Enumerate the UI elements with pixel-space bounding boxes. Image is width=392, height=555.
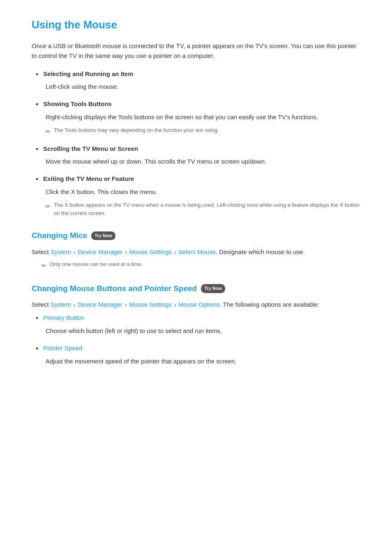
bullet-body-1: Left-click using the mouse. <box>46 82 360 92</box>
bullet-dot-2: • <box>36 99 38 111</box>
bullet-dot-1: • <box>36 69 38 81</box>
section-2-chevron-1: › <box>74 302 77 308</box>
section-2-title-row: Changing Mouse Buttons and Pointer Speed… <box>32 282 360 295</box>
bullet-heading-3: Scrolling the TV Menu or Screen <box>43 144 138 154</box>
bullet-body-2: Right-clicking displays the Tools button… <box>46 112 360 122</box>
section-2-nav-mouseoptions[interactable]: Mouse Options <box>178 301 220 308</box>
section-2-path-period: . <box>220 301 221 308</box>
bullet-heading-4: Exiting the TV Menu or Feature <box>43 174 134 184</box>
section-1-note-text: Only one mouse can be used at a time. <box>50 260 143 268</box>
intro-text: Once a USB or Bluetooth mouse is connect… <box>32 41 360 61</box>
note-text-2: The Tools buttons may vary depending on … <box>54 126 219 134</box>
section-2-nav-devmgr[interactable]: Device Manager <box>78 301 122 308</box>
section-2-bullet-item-2: • Pointer Speed <box>36 343 360 355</box>
bullet-section-3: • Scrolling the TV Menu or Screen Move t… <box>32 144 360 167</box>
section-1-nav-devmgr[interactable]: Device Manager <box>78 248 122 255</box>
bullet-body-3: Move the mouse wheel up or down. This sc… <box>46 157 360 166</box>
section-2-bullet-body-1: Choose which button (left or right) to u… <box>46 326 360 336</box>
section-2-bullet-item-1: • Primary Button <box>36 313 360 324</box>
section-1-chevron-3: › <box>174 249 178 255</box>
section-1-note: ✏ Only one mouse can be used at a time. <box>42 260 360 270</box>
section-2-path-suffix: The following options are available: <box>223 301 319 308</box>
section-2-bullet-dot-2: • <box>36 343 38 355</box>
section-1-nav-selectmouse[interactable]: Select Mouse <box>178 248 216 255</box>
section-2-nav-path: Select System › Device Manager › Mouse S… <box>32 300 360 310</box>
section-1-nav-mousesettings[interactable]: Mouse Settings <box>129 248 171 255</box>
section-1-chevron-2: › <box>125 249 128 255</box>
section-2: Changing Mouse Buttons and Pointer Speed… <box>32 282 360 366</box>
bullet-dot-4: • <box>36 173 38 185</box>
section-1: Changing Mice Try Now Select System › De… <box>32 229 360 270</box>
section-2-chevron-2: › <box>125 302 128 308</box>
section-2-bullet-heading-1: Primary Button <box>43 313 84 323</box>
section-1-path-period: . <box>216 248 217 255</box>
section-2-bullet-heading-2: Pointer Speed <box>43 343 82 353</box>
section-1-nav-path: Select System › Device Manager › Mouse S… <box>32 247 360 257</box>
bullet-item-1: • Selecting and Running an Item <box>36 69 360 81</box>
bullet-section-2: • Showing Tools Buttons Right-clicking d… <box>32 99 360 136</box>
section-1-chevron-1: › <box>74 249 77 255</box>
section-1-path-suffix: Designate which mouse to use. <box>219 248 304 255</box>
section-2-bullet-body-2: Adjust the movement speed of the pointer… <box>46 356 360 366</box>
section-2-try-now[interactable]: Try Now <box>201 284 225 293</box>
bullet-section-4: • Exiting the TV Menu or Feature Click t… <box>32 174 360 217</box>
section-2-title: Changing Mouse Buttons and Pointer Speed <box>32 282 197 295</box>
section-1-path-prefix: Select <box>32 248 49 255</box>
section-1-try-now[interactable]: Try Now <box>91 231 115 240</box>
section-1-title-row: Changing Mice Try Now <box>32 229 360 242</box>
section-2-chevron-3: › <box>174 302 178 308</box>
section-2-bullet-dot-1: • <box>36 312 38 324</box>
page-container: Using the Mouse Once a USB or Bluetooth … <box>11 0 381 390</box>
bullet-dot-3: • <box>36 143 38 155</box>
note-item-4: ✏ The X button appears on the TV menu wh… <box>46 201 360 217</box>
bullet-item-3: • Scrolling the TV Menu or Screen <box>36 144 360 155</box>
note-item-2: ✏ The Tools buttons may vary depending o… <box>46 126 360 136</box>
bullet-section-1: • Selecting and Running an Item Left-cli… <box>32 69 360 92</box>
section-2-bullet-1: • Primary Button Choose which button (le… <box>32 313 360 336</box>
pencil-icon-4: ✏ <box>46 202 51 211</box>
section-2-nav-mousesettings[interactable]: Mouse Settings <box>129 301 171 308</box>
bullet-item-2: • Showing Tools Buttons <box>36 99 360 111</box>
pencil-icon-s1: ✏ <box>42 261 46 270</box>
section-1-title: Changing Mice <box>32 229 87 242</box>
main-title: Using the Mouse <box>32 16 360 34</box>
bullet-body-4: Click the X button. This closes the menu… <box>46 187 360 197</box>
bullet-heading-2: Showing Tools Buttons <box>43 99 111 109</box>
pencil-icon-2: ✏ <box>46 127 51 136</box>
section-2-nav-system[interactable]: System <box>51 301 71 308</box>
note-text-4: The X button appears on the TV menu when… <box>54 201 360 217</box>
bullet-item-4: • Exiting the TV Menu or Feature <box>36 174 360 185</box>
section-2-bullet-2: • Pointer Speed Adjust the movement spee… <box>32 343 360 366</box>
section-1-nav-system[interactable]: System <box>51 248 71 255</box>
bullet-heading-1: Selecting and Running an Item <box>43 69 133 79</box>
bullet-list: • Selecting and Running an Item Left-cli… <box>32 69 360 217</box>
section-2-path-prefix: Select <box>32 301 49 308</box>
